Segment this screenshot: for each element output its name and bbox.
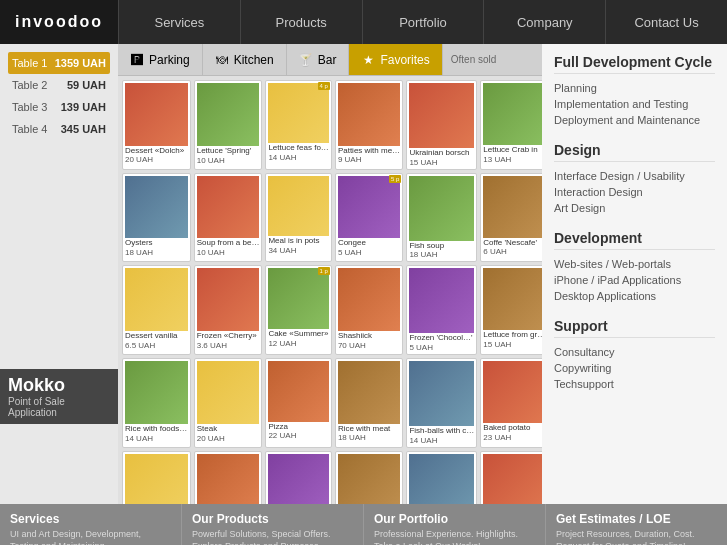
product-image — [197, 176, 260, 239]
sidebar-link[interactable]: Desktop Applications — [554, 288, 715, 304]
sidebar-link[interactable]: iPhone / iPad Applications — [554, 272, 715, 288]
product-item[interactable]: Shashiick 70 UAH — [335, 265, 404, 355]
product-name: Rice with meat — [338, 425, 401, 434]
product-badge: 4 p — [318, 82, 330, 90]
product-item[interactable]: Lettuce Crab in 13 UAH — [480, 80, 542, 170]
product-price: 18 UAH — [338, 433, 401, 442]
nav: ServicesProductsPortfolioCompanyContact … — [118, 0, 727, 44]
tab-kitchen[interactable]: 🍽Kitchen — [203, 44, 287, 75]
product-item[interactable]: Cake 'Festive' 17 UAH — [406, 451, 477, 504]
product-item[interactable]: Soup from a be… 10 UAH — [194, 173, 263, 263]
table-value: 345 UAH — [61, 123, 106, 135]
main-wrapper: Table 11359 UAHTable 259 UAHTable 3139 U… — [0, 44, 727, 504]
product-item[interactable]: Pizza 22 UAH — [265, 358, 331, 448]
tab-favorites[interactable]: ★Favorites — [349, 44, 442, 75]
product-item[interactable]: Balyk 35 UAH — [265, 451, 331, 504]
product-item[interactable]: Ukrainian borsch 15 UAH — [406, 80, 477, 170]
table-item-table-3[interactable]: Table 3139 UAH — [8, 96, 110, 118]
footer-item[interactable]: Get Estimates / LOEProject Resources, Du… — [546, 504, 727, 545]
table-item-table-2[interactable]: Table 259 UAH — [8, 74, 110, 96]
product-price: 20 UAH — [125, 155, 188, 164]
nav-item-products[interactable]: Products — [240, 0, 362, 44]
product-item[interactable]: Coffee America… 8 UAH — [335, 451, 404, 504]
product-item[interactable]: 4 p Lettuce feas fo… 14 UAH — [265, 80, 331, 170]
product-item[interactable]: Coca-cola with… 10 UAH — [480, 451, 542, 504]
sidebar-section: Full Development CyclePlanningImplementa… — [554, 54, 715, 128]
product-price: 14 UAH — [268, 153, 328, 162]
sidebar-section-title: Full Development Cycle — [554, 54, 715, 74]
product-name: Steak — [197, 425, 260, 434]
product-item[interactable]: Rice with meat 18 UAH — [335, 358, 404, 448]
table-label: Table 2 — [12, 79, 47, 91]
table-item-table-1[interactable]: Table 11359 UAH — [8, 52, 110, 74]
product-image — [197, 361, 260, 424]
sidebar-link[interactable]: Interface Design / Usability — [554, 168, 715, 184]
product-item[interactable]: Lettuce 'Spring' 10 UAH — [194, 80, 263, 170]
nav-item-contact-us[interactable]: Contact Us — [605, 0, 727, 44]
product-name: Coffe 'Nescafe' — [483, 239, 542, 248]
table-label: Table 4 — [12, 123, 47, 135]
product-item[interactable]: Lettuce from gr… 15 UAH — [480, 265, 542, 355]
sidebar-link[interactable]: Implementation and Testing — [554, 96, 715, 112]
product-name: Lettuce Crab in — [483, 146, 542, 155]
sidebar-section-title: Design — [554, 142, 715, 162]
product-item[interactable]: Fried meat with… 8 UAH — [122, 451, 191, 504]
product-image — [268, 268, 328, 328]
table-item-table-4[interactable]: Table 4345 UAH — [8, 118, 110, 140]
product-item[interactable]: Frozen 'Chocol…' 5 UAH — [406, 265, 477, 355]
footer-item-desc: Project Resources, Duration, Cost. Reque… — [556, 529, 717, 545]
product-image — [125, 176, 188, 239]
product-price: 5 UAH — [338, 248, 401, 257]
footer-item-title: Get Estimates / LOE — [556, 512, 717, 526]
product-item[interactable]: Steak 20 UAH — [194, 358, 263, 448]
tab-label: Kitchen — [234, 53, 274, 67]
sidebar-link[interactable]: Techsupport — [554, 376, 715, 392]
product-item[interactable]: Baked potato 23 UAH — [480, 358, 542, 448]
sidebar-link[interactable]: Deployment and Maintenance — [554, 112, 715, 128]
product-price: 20 UAH — [197, 434, 260, 443]
footer-item[interactable]: Our ProductsPowerful Solutions, Special … — [182, 504, 364, 545]
sidebar-link[interactable]: Planning — [554, 80, 715, 96]
product-item[interactable]: Chops 18 UAH — [194, 451, 263, 504]
table-value: 59 UAH — [67, 79, 106, 91]
product-item[interactable]: Patties with me… 9 UAH — [335, 80, 404, 170]
product-name: Fish soup — [409, 242, 474, 251]
product-price: 15 UAH — [483, 340, 542, 349]
product-item[interactable]: 5 p Congee 5 UAH — [335, 173, 404, 263]
nav-item-portfolio[interactable]: Portfolio — [362, 0, 484, 44]
product-item[interactable]: Fish soup 18 UAH — [406, 173, 477, 263]
product-item[interactable]: Frozen «Cherry» 3.6 UAH — [194, 265, 263, 355]
product-item[interactable]: Oysters 18 UAH — [122, 173, 191, 263]
sidebar-link[interactable]: Web-sites / Web-portals — [554, 256, 715, 272]
product-item[interactable]: Coffe 'Nescafe' 6 UAH — [480, 173, 542, 263]
product-item[interactable]: Dessert vanilla 6.5 UAH — [122, 265, 191, 355]
product-item[interactable]: 1 p Cake «Summer» 12 UAH — [265, 265, 331, 355]
tab-bar[interactable]: 🍸Bar — [287, 44, 350, 75]
product-image — [483, 176, 542, 238]
tab-icon: 🍸 — [299, 53, 313, 67]
footer-item[interactable]: ServicesUI and Art Design, Development, … — [0, 504, 182, 545]
tab-icon: 🍽 — [215, 53, 229, 67]
sidebar-link[interactable]: Art Design — [554, 200, 715, 216]
tab-parking[interactable]: 🅿Parking — [118, 44, 203, 75]
sidebar-link[interactable]: Interaction Design — [554, 184, 715, 200]
table-value: 139 UAH — [61, 101, 106, 113]
sidebar-link[interactable]: Copywriting — [554, 360, 715, 376]
sidebar-link[interactable]: Consultancy — [554, 344, 715, 360]
product-name: Fish-balls with c… — [409, 427, 474, 436]
product-image — [338, 83, 401, 146]
product-item[interactable]: Rice with foods… 14 UAH — [122, 358, 191, 448]
footer-item[interactable]: Our PortfolioProfessional Experience. Hi… — [364, 504, 546, 545]
nav-item-services[interactable]: Services — [118, 0, 240, 44]
product-name: Pizza — [268, 423, 328, 432]
product-item[interactable]: Meal is in pots 34 UAH — [265, 173, 331, 263]
footer-item-title: Our Portfolio — [374, 512, 535, 526]
product-price: 14 UAH — [409, 436, 474, 445]
product-name: Congee — [338, 239, 401, 248]
product-name: Soup from a be… — [197, 239, 260, 248]
nav-item-company[interactable]: Company — [483, 0, 605, 44]
product-price: 15 UAH — [409, 158, 474, 167]
product-item[interactable]: Dessert «Dolch» 20 UAH — [122, 80, 191, 170]
product-price: 10 UAH — [197, 248, 260, 257]
product-item[interactable]: Fish-balls with c… 14 UAH — [406, 358, 477, 448]
